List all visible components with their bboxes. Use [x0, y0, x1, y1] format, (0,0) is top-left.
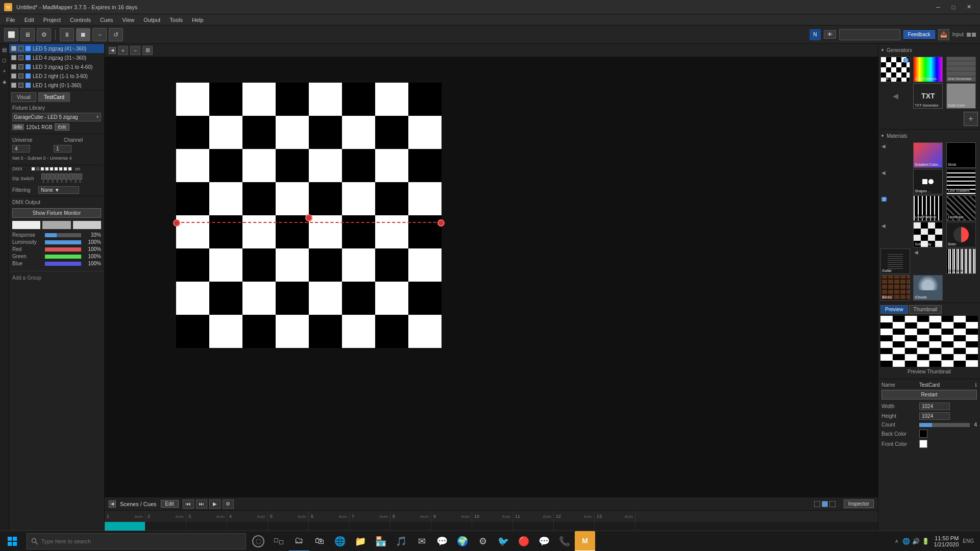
- generator-add-button[interactable]: +: [964, 112, 978, 126]
- ms-store-icon[interactable]: 🏪: [371, 531, 391, 552]
- menu-file[interactable]: File: [2, 16, 19, 24]
- chrome-icon[interactable]: 🌍: [452, 531, 473, 552]
- materials-left-arrow-4[interactable]: ◀: [913, 248, 945, 256]
- forward-button[interactable]: ⏭: [196, 499, 207, 509]
- inspector-button[interactable]: Inspector: [844, 499, 874, 508]
- canvas-remove-btn[interactable]: −: [130, 46, 140, 55]
- clock[interactable]: 11:50 PM 1/21/2020: [934, 535, 959, 547]
- search-bar[interactable]: [27, 533, 246, 549]
- madmapper-icon[interactable]: M: [575, 531, 595, 552]
- start-button[interactable]: [0, 531, 24, 552]
- volume-icon[interactable]: 🔊: [912, 538, 920, 545]
- menu-cues[interactable]: Cues: [96, 16, 117, 24]
- material-barcode[interactable]: Bar Code: [946, 248, 976, 274]
- play-button[interactable]: ▶: [209, 499, 220, 509]
- thumbnail-tab[interactable]: Thumbnail: [909, 305, 942, 314]
- back-color-swatch[interactable]: [919, 430, 927, 438]
- files-icon[interactable]: 📁: [350, 531, 371, 552]
- maximize-button[interactable]: □: [946, 2, 961, 13]
- material-linerope[interactable]: LineRope: [946, 195, 976, 221]
- menu-help[interactable]: Help: [188, 16, 208, 24]
- fixture-edit-button[interactable]: Edit: [55, 123, 70, 131]
- layer-item[interactable]: LED 5 zigzag (41↑-360): [9, 44, 104, 53]
- generator-testcard[interactable]: 3 Test Card: [880, 57, 910, 82]
- toolbar-stop[interactable]: ⏹: [76, 28, 90, 41]
- material-strob[interactable]: Strob: [946, 142, 976, 168]
- generator-txt[interactable]: TXT TXT Generator: [913, 83, 943, 109]
- dip-switch-toggle[interactable]: [41, 173, 45, 180]
- filtering-select[interactable]: None ▼: [38, 186, 79, 194]
- layer-item[interactable]: LED 4 zigzag (31↑-360): [9, 53, 104, 62]
- layer-lock[interactable]: [18, 73, 23, 79]
- layer-lock[interactable]: [18, 55, 23, 60]
- toolbar-select[interactable]: ⬜: [4, 28, 18, 41]
- store-icon[interactable]: 🛍: [309, 531, 330, 552]
- network-icon[interactable]: 🌐: [902, 538, 910, 545]
- circle-icon[interactable]: 🔴: [513, 531, 534, 552]
- toolbar-settings[interactable]: ⚙: [37, 28, 51, 41]
- width-input[interactable]: [919, 403, 950, 410]
- search-input[interactable]: [839, 29, 900, 40]
- generator-grid[interactable]: Grid Generator: [946, 57, 976, 82]
- preview-toggle[interactable]: 👁: [824, 30, 836, 39]
- menu-project[interactable]: Project: [39, 16, 65, 24]
- add-group-label[interactable]: Add a Group: [12, 275, 41, 281]
- skype-icon[interactable]: 💬: [534, 531, 554, 552]
- side-icon-layers[interactable]: ▤: [1, 46, 8, 54]
- chat-icon[interactable]: 💬: [432, 531, 452, 552]
- side-icon-shapes[interactable]: ⬡: [1, 57, 8, 64]
- generator-solid-color[interactable]: Solid Color: [946, 83, 976, 109]
- dip-switch-toggle[interactable]: [46, 173, 50, 180]
- menu-view[interactable]: View: [118, 16, 139, 24]
- checkerboard[interactable]: [176, 83, 442, 348]
- toolbar-pause[interactable]: ⏸: [60, 28, 74, 41]
- front-color-swatch[interactable]: [919, 440, 927, 448]
- explorer-icon[interactable]: 🗂: [289, 531, 309, 552]
- edge-icon[interactable]: 🌐: [330, 531, 350, 552]
- canvas-fit-btn[interactable]: ⊞: [142, 46, 153, 55]
- tab-visual[interactable]: Visual: [11, 92, 36, 102]
- material-line-gradient[interactable]: Line Gradient: [946, 169, 976, 194]
- dip-switch-toggle[interactable]: [78, 173, 82, 180]
- material-shapes[interactable]: Shapes ...: [913, 169, 943, 194]
- toolbar-arrow[interactable]: →: [92, 28, 107, 41]
- layer-item[interactable]: LED 3 zigzag (2-1 to 4-60): [9, 62, 104, 71]
- canvas-expand-icon[interactable]: ◀: [109, 47, 116, 54]
- layer-visibility[interactable]: [11, 46, 16, 51]
- universe-value[interactable]: 4: [12, 145, 30, 153]
- output-icon[interactable]: 📤: [938, 29, 949, 40]
- materials-left-arrow-2[interactable]: ◀: [880, 169, 912, 177]
- menu-controls[interactable]: Controls: [66, 16, 95, 24]
- layer-lock[interactable]: [18, 64, 23, 69]
- preview-tab[interactable]: Preview: [880, 305, 908, 314]
- height-input[interactable]: [919, 412, 950, 420]
- toolbar-refresh[interactable]: ↺: [109, 28, 123, 41]
- battery-icon[interactable]: 🔋: [922, 538, 929, 545]
- material-solidarray[interactable]: SolidArray: [913, 222, 943, 247]
- material-bricks[interactable]: Bricks: [880, 275, 910, 300]
- dip-switch-toggle[interactable]: [74, 173, 78, 180]
- layer-visibility[interactable]: [11, 73, 16, 79]
- search-input[interactable]: [41, 538, 241, 544]
- material-gradient-color[interactable]: Gradient Color...: [913, 142, 943, 168]
- generator-colorpatterns[interactable]: ColorPatterns: [913, 57, 943, 82]
- dip-switch-toggle[interactable]: [69, 173, 73, 180]
- menu-tools[interactable]: Tools: [165, 16, 187, 24]
- restart-button[interactable]: Restart: [881, 390, 977, 399]
- materials-left-arrow-3[interactable]: ◀: [880, 222, 912, 230]
- generators-left-arrow[interactable]: ◀: [893, 92, 898, 100]
- task-view-button[interactable]: [268, 531, 289, 552]
- material-line-patterns[interactable]: Line Patterns: [913, 195, 943, 221]
- materials-left-arrow[interactable]: ◀: [880, 142, 912, 150]
- channel-value[interactable]: 1: [54, 145, 71, 153]
- scenes-edit-button[interactable]: Edit: [161, 500, 179, 508]
- show-fixture-monitor-button[interactable]: Show Fixture Monitor: [12, 208, 101, 218]
- layer-visibility[interactable]: [11, 83, 16, 88]
- tray-expand[interactable]: ∧: [895, 538, 898, 544]
- material-iclouds[interactable]: iClouds: [913, 275, 943, 300]
- toolbar-view[interactable]: 🖥: [20, 28, 35, 41]
- material-guitar[interactable]: Guitar: [880, 248, 910, 274]
- side-icon-extra[interactable]: ◈: [2, 78, 8, 86]
- info-icon[interactable]: ℹ: [975, 382, 977, 388]
- mail-icon[interactable]: ✉: [411, 531, 432, 552]
